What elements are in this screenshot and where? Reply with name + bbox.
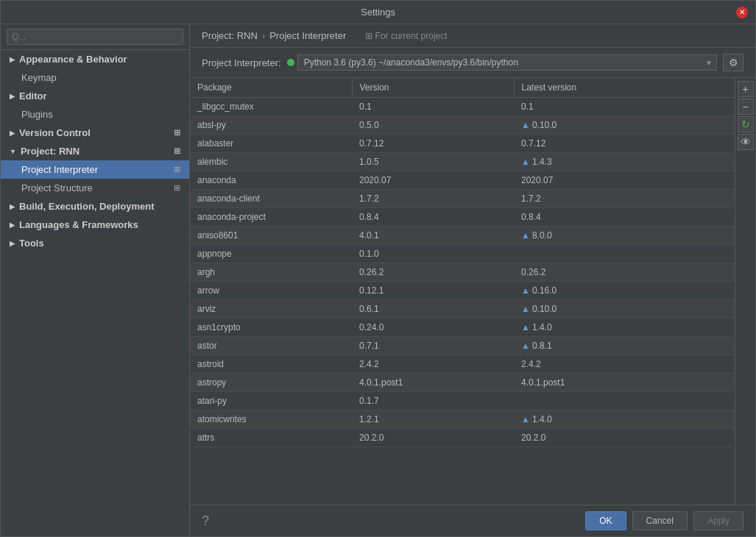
breadcrumb: Project: RNN › Project Interpreter ⊞ For… (190, 24, 755, 48)
package-name: arviz (190, 300, 352, 319)
sidebar-item-label: Languages & Frameworks (19, 219, 138, 230)
package-version: 0.1 (352, 98, 514, 116)
remove-package-button[interactable]: − (738, 99, 754, 115)
package-name: argh (190, 263, 352, 282)
update-arrow-icon: ▲ (521, 285, 530, 296)
sidebar-item-label: Appearance & Behavior (19, 54, 127, 65)
packages-table-wrapper[interactable]: Package Version Latest version _libgcc_m… (190, 78, 735, 505)
interpreter-settings-button[interactable]: ⚙ (723, 54, 743, 71)
interpreter-dropdown[interactable]: Python 3.6 (py3.6) ~/anaconda3/envs/py3.… (297, 54, 717, 71)
sidebar-item-languages[interactable]: ▶ Languages & Frameworks (1, 216, 189, 234)
package-name: _libgcc_mutex (190, 98, 352, 116)
sidebar-item-project-interpreter[interactable]: Project Interpreter ⊞ (1, 160, 189, 179)
title-bar: Settings ✕ (1, 1, 755, 24)
settings-dialog: Settings ✕ ▶ Appearance & Behavior Keyma… (0, 0, 756, 537)
sidebar-item-project-structure[interactable]: Project Structure ⊞ (1, 179, 189, 197)
sidebar-item-label: Project Structure (21, 182, 93, 193)
help-button[interactable]: ? (202, 513, 209, 529)
package-version: 4.0.1 (352, 227, 514, 245)
table-row[interactable]: atari-py0.1.7 (190, 392, 735, 410)
table-row[interactable]: appnope0.1.0 (190, 245, 735, 263)
content-area: ▶ Appearance & Behavior Keymap ▶ Editor … (1, 24, 755, 536)
table-row[interactable]: absl-py0.5.0▲0.10.0 (190, 116, 735, 135)
sidebar-item-label: Tools (19, 238, 44, 249)
package-name: astroid (190, 355, 352, 374)
folder-icon: ⊞ (172, 183, 182, 193)
table-row[interactable]: anaconda-project0.8.40.8.4 (190, 208, 735, 227)
sidebar-item-tools[interactable]: ▶ Tools (1, 234, 189, 252)
table-row[interactable]: aniso86014.0.1▲8.0.0 (190, 227, 735, 245)
table-row[interactable]: atomicwrites1.2.1▲1.4.0 (190, 410, 735, 429)
cancel-button[interactable]: Cancel (632, 511, 688, 530)
footer-buttons: OK Cancel Apply (585, 511, 743, 530)
status-dot (287, 59, 294, 66)
package-latest-version: 20.2.0 (514, 429, 735, 447)
table-row[interactable]: alabaster0.7.120.7.12 (190, 135, 735, 153)
package-latest-version: 0.8.4 (514, 208, 735, 227)
col-latest[interactable]: Latest version (514, 78, 735, 98)
package-version: 1.7.2 (352, 190, 514, 208)
settings-icon: ⊞ (172, 165, 182, 175)
sidebar-item-appearance[interactable]: ▶ Appearance & Behavior (1, 50, 189, 68)
package-version: 0.7.1 (352, 337, 514, 355)
sidebar-item-project-rnn[interactable]: ▼ Project: RNN ⊞ (1, 142, 189, 160)
expand-icon: ▶ (10, 93, 15, 100)
sidebar-item-build[interactable]: ▶ Build, Execution, Deployment (1, 197, 189, 216)
table-row[interactable]: astor0.7.1▲0.8.1 (190, 337, 735, 355)
package-latest-version (514, 392, 735, 410)
update-arrow-icon: ▲ (521, 341, 530, 351)
dialog-title: Settings (361, 7, 395, 18)
apply-button[interactable]: Apply (693, 511, 743, 530)
table-row[interactable]: _libgcc_mutex0.10.1 (190, 98, 735, 116)
expand-icon: ▼ (10, 148, 16, 155)
table-row[interactable]: anaconda-client1.7.21.7.2 (190, 190, 735, 208)
breadcrumb-current: Project Interpreter (269, 30, 346, 41)
table-row[interactable]: alembic1.0.5▲1.4.3 (190, 153, 735, 171)
sidebar-item-keymap[interactable]: Keymap (1, 68, 189, 87)
add-package-button[interactable]: + (738, 81, 754, 97)
package-name: arrow (190, 282, 352, 300)
sidebar-item-plugins[interactable]: Plugins (1, 105, 189, 124)
breadcrumb-separator: › (262, 30, 265, 41)
repo-icon: ⊞ (172, 128, 182, 138)
sidebar-item-label: Build, Execution, Deployment (19, 201, 154, 212)
package-name: aniso8601 (190, 227, 352, 245)
ok-button[interactable]: OK (585, 511, 626, 530)
col-package[interactable]: Package (190, 78, 352, 98)
footer: ? OK Cancel Apply (190, 505, 755, 536)
table-row[interactable]: argh0.26.20.26.2 (190, 263, 735, 282)
package-latest-version: ▲1.4.0 (514, 319, 735, 337)
package-version: 2020.07 (352, 171, 514, 190)
table-row[interactable]: arrow0.12.1▲0.16.0 (190, 282, 735, 300)
table-row[interactable]: astroid2.4.22.4.2 (190, 355, 735, 374)
sidebar-item-editor[interactable]: ▶ Editor (1, 87, 189, 105)
sidebar-item-version-control[interactable]: ▶ Version Control ⊞ (1, 124, 189, 142)
package-latest-version: 2020.07 (514, 171, 735, 190)
right-actions: + − ↻ 👁 (735, 78, 755, 505)
update-arrow-icon: ▲ (521, 120, 530, 130)
refresh-button[interactable]: ↻ (738, 116, 754, 132)
update-arrow-icon: ▲ (521, 304, 530, 314)
package-latest-version: ▲1.4.3 (514, 153, 735, 171)
close-button[interactable]: ✕ (736, 7, 748, 18)
package-name: alembic (190, 153, 352, 171)
package-version: 0.1.0 (352, 245, 514, 263)
package-name: anaconda (190, 171, 352, 190)
col-version[interactable]: Version (352, 78, 514, 98)
package-version: 2.4.2 (352, 355, 514, 374)
table-row[interactable]: asn1crypto0.24.0▲1.4.0 (190, 319, 735, 337)
table-row[interactable]: attrs20.2.020.2.0 (190, 429, 735, 447)
package-name: atomicwrites (190, 410, 352, 429)
package-name: anaconda-project (190, 208, 352, 227)
table-row[interactable]: anaconda2020.072020.07 (190, 171, 735, 190)
search-input[interactable] (7, 29, 183, 45)
eye-button[interactable]: 👁 (738, 134, 754, 150)
sidebar: ▶ Appearance & Behavior Keymap ▶ Editor … (1, 24, 190, 536)
package-name: attrs (190, 429, 352, 447)
package-version: 1.2.1 (352, 410, 514, 429)
table-row[interactable]: astropy4.0.1.post14.0.1.post1 (190, 374, 735, 392)
expand-icon: ▶ (10, 203, 15, 210)
sidebar-item-label: Version Control (19, 127, 91, 138)
main-content: Project: RNN › Project Interpreter ⊞ For… (190, 24, 755, 536)
table-row[interactable]: arviz0.6.1▲0.10.0 (190, 300, 735, 319)
